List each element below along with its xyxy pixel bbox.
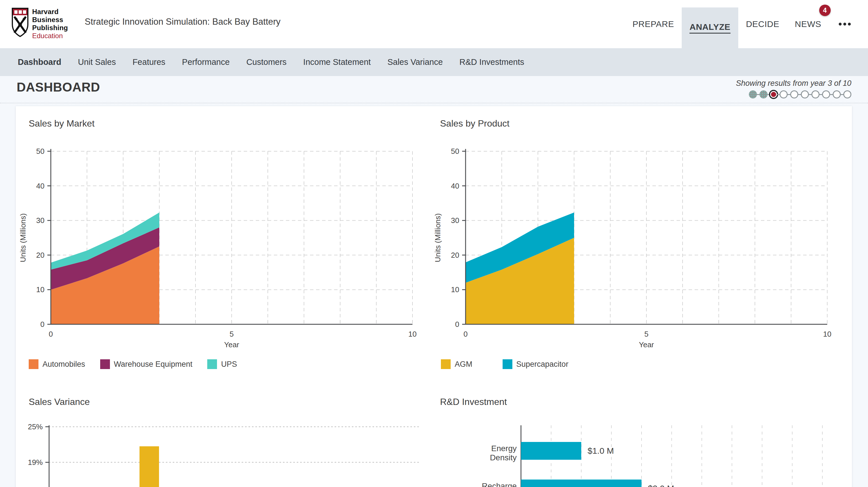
year-dot-2[interactable] xyxy=(760,90,768,98)
chart-title-sales-variance: Sales Variance xyxy=(29,397,90,407)
chart-title-sales-by-market: Sales by Market xyxy=(29,118,94,129)
y-tick-label: 30 xyxy=(451,216,459,225)
hbp-logo-text: Harvard Business Publishing Education xyxy=(32,7,68,40)
content-area: DASHBOARD Showing results from year 3 of… xyxy=(0,76,868,487)
y-tick-label: 40 xyxy=(451,182,459,190)
year-dot-connector xyxy=(777,94,780,95)
nav-item-news[interactable]: NEWS4 xyxy=(787,0,829,48)
subnav-item-features[interactable]: Features xyxy=(133,57,165,67)
legend-label: UPS xyxy=(221,360,237,369)
more-dot xyxy=(843,23,846,26)
category-label-line1: Energy xyxy=(491,444,517,453)
y-tick-label: 10 xyxy=(451,285,459,294)
analyze-subnav: DashboardUnit SalesFeaturesPerformanceCu… xyxy=(0,48,868,76)
year-dot-1[interactable] xyxy=(749,90,757,98)
sales-by-market-legend: AutomobilesWarehouse EquipmentUPS xyxy=(29,359,237,369)
page-title: DASHBOARD xyxy=(17,80,100,94)
hbp-shield-icon xyxy=(11,7,29,38)
legend-swatch xyxy=(503,359,513,369)
subnav-item-r-d-investments[interactable]: R&D Investments xyxy=(460,57,524,67)
y-tick-label: 0 xyxy=(455,320,459,329)
subnav-item-dashboard[interactable]: Dashboard xyxy=(18,57,61,67)
logo-line-2: Business xyxy=(32,16,63,24)
nav-item-analyze[interactable]: ANALYZE xyxy=(682,7,738,48)
subnav-item-unit-sales[interactable]: Unit Sales xyxy=(78,57,116,67)
x-axis-label: Year xyxy=(224,340,239,349)
year-dot-7[interactable] xyxy=(811,90,819,98)
year-dot-connector xyxy=(830,94,833,95)
rd-investment-chart: EnergyDensity$1.0 MRechargeCycle$2.0 M xyxy=(431,416,852,487)
year-dot-connector xyxy=(768,94,770,95)
legend-swatch xyxy=(441,359,451,369)
year-progress-indicator[interactable] xyxy=(749,90,851,98)
y-tick-label: 10 xyxy=(36,285,44,294)
y-tick-label: 0 xyxy=(40,320,44,329)
legend-swatch xyxy=(100,359,110,369)
variance-bar xyxy=(140,446,159,487)
year-dot-connector xyxy=(798,94,801,95)
x-axis-label: Year xyxy=(639,340,654,349)
news-notification-badge: 4 xyxy=(819,5,831,16)
legend-label: Automobiles xyxy=(42,360,85,369)
more-dot xyxy=(848,23,851,26)
year-dot-connector xyxy=(819,94,822,95)
hbp-logo[interactable]: Harvard Business Publishing Education xyxy=(11,7,68,40)
nav-item-prepare[interactable]: PREPARE xyxy=(625,0,682,48)
subnav-item-performance[interactable]: Performance xyxy=(182,57,229,67)
y-tick-label: 20 xyxy=(36,251,44,259)
sales-by-market-chart: 010203040500510Units (Millions)Year xyxy=(16,135,435,359)
legend-swatch xyxy=(29,359,38,369)
year-dot-8[interactable] xyxy=(822,90,830,98)
page-heading-band: DASHBOARD Showing results from year 3 of… xyxy=(0,76,868,103)
year-dot-connector xyxy=(787,94,790,95)
year-dot-5[interactable] xyxy=(790,90,798,98)
y-tick-label: 50 xyxy=(36,147,44,156)
year-dot-connector xyxy=(757,94,760,95)
y-tick-label: 19% xyxy=(28,458,43,467)
legend-swatch xyxy=(207,359,217,369)
year-dot-connector xyxy=(809,94,811,95)
y-tick-label: 25% xyxy=(28,422,43,431)
x-tick-label: 10 xyxy=(823,330,832,338)
rd-bar-1 xyxy=(521,442,581,460)
legend-label: Supercapacitor xyxy=(516,360,569,369)
legend-item-agm: AGM xyxy=(441,359,472,369)
x-tick-label: 10 xyxy=(408,330,417,338)
category-label-line2: Density xyxy=(490,453,517,462)
dashboard-card: Sales by Market Sales by Product Sales V… xyxy=(16,106,852,487)
nav-item-decide[interactable]: DECIDE xyxy=(738,0,787,48)
year-dot-4[interactable] xyxy=(780,90,787,98)
primary-nav: PREPAREANALYZEDECIDENEWS4 xyxy=(625,0,857,48)
results-note: Showing results from year 3 of 10 xyxy=(736,79,851,88)
bar-value-label: $1.0 M xyxy=(588,446,614,455)
sales-by-product-chart: 010203040500510Units (Millions)Year xyxy=(431,135,849,359)
y-tick-label: 50 xyxy=(451,147,459,156)
x-tick-label: 0 xyxy=(49,330,53,338)
legend-label: Warehouse Equipment xyxy=(114,360,193,369)
year-dot-connector xyxy=(841,94,843,95)
year-dot-10[interactable] xyxy=(843,90,851,98)
nav-item-label: DECIDE xyxy=(746,19,779,29)
x-tick-label: 0 xyxy=(464,330,468,338)
x-tick-label: 5 xyxy=(644,330,648,338)
simulation-title: Strategic Innovation Simulation: Back Ba… xyxy=(85,17,280,27)
nav-item-label: ANALYZE xyxy=(689,22,730,34)
nav-item-label: NEWS xyxy=(795,19,821,29)
subnav-item-sales-variance[interactable]: Sales Variance xyxy=(388,57,443,67)
legend-item-ups: UPS xyxy=(207,359,237,369)
more-options-icon[interactable] xyxy=(833,0,857,48)
year-dot-9[interactable] xyxy=(833,90,841,98)
y-tick-label: 20 xyxy=(451,251,459,259)
year-dot-current[interactable] xyxy=(770,91,777,98)
y-tick-label: 30 xyxy=(36,216,44,225)
nav-item-label: PREPARE xyxy=(632,19,674,29)
rd-bar-2 xyxy=(521,480,642,487)
legend-item-supercapacitor: Supercapacitor xyxy=(503,359,569,369)
x-tick-label: 5 xyxy=(229,330,234,338)
subnav-item-customers[interactable]: Customers xyxy=(246,57,286,67)
legend-label: AGM xyxy=(455,360,472,369)
y-axis-label: Units (Millions) xyxy=(19,213,27,262)
top-header: Harvard Business Publishing Education St… xyxy=(0,0,868,48)
year-dot-6[interactable] xyxy=(801,90,809,98)
subnav-item-income-statement[interactable]: Income Statement xyxy=(303,57,371,67)
